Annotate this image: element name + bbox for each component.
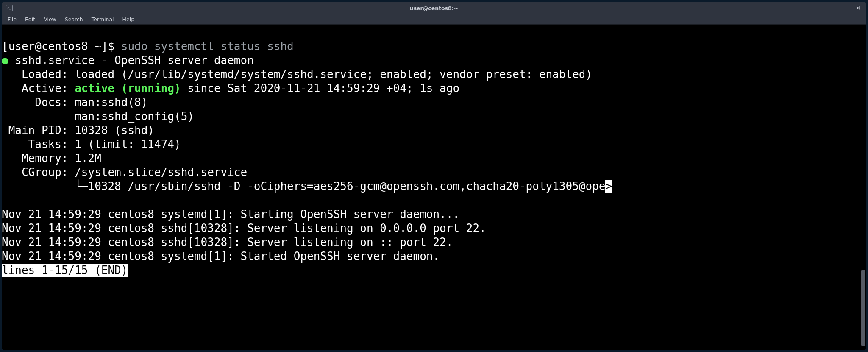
menu-search[interactable]: Search xyxy=(61,15,86,23)
memory-line: Memory: 1.2M xyxy=(2,152,101,165)
cgroup-child-line: └─10328 /usr/sbin/sshd -D -oCiphers=aes2… xyxy=(2,180,605,193)
scrollbar-thumb[interactable] xyxy=(861,270,865,346)
active-running: active (running) xyxy=(75,82,181,95)
log-line: Nov 21 14:59:29 centos8 sshd[10328]: Ser… xyxy=(2,222,486,235)
menu-bar: File Edit View Search Terminal Help xyxy=(2,14,866,25)
command-text: sudo systemctl status sshd xyxy=(121,40,294,53)
menu-view[interactable]: View xyxy=(40,15,60,23)
menu-help[interactable]: Help xyxy=(119,15,138,23)
active-label: Active: xyxy=(2,82,75,95)
terminal-window: user@centos8:~ ✕ File Edit View Search T… xyxy=(2,2,866,350)
log-line: Nov 21 14:59:29 centos8 systemd[1]: Star… xyxy=(2,250,440,263)
main-pid-line: Main PID: 10328 (sshd) xyxy=(2,124,154,137)
menu-file[interactable]: File xyxy=(4,15,20,23)
terminal-icon xyxy=(6,5,13,11)
cgroup-line: CGroup: /system.slice/sshd.service xyxy=(2,166,247,179)
service-name-line: sshd.service - OpenSSH server daemon xyxy=(8,54,254,67)
tasks-line: Tasks: 1 (limit: 11474) xyxy=(2,138,181,151)
shell-prompt: [user@centos8 ~]$ xyxy=(2,40,121,53)
pager-status: lines 1-15/15 (END) xyxy=(2,264,128,277)
menu-terminal[interactable]: Terminal xyxy=(88,15,117,23)
menu-edit[interactable]: Edit xyxy=(22,15,39,23)
active-rest: since Sat 2020-11-21 14:59:29 +04; 1s ag… xyxy=(181,82,459,95)
window-title: user@centos8:~ xyxy=(410,5,458,11)
status-dot-icon: ● xyxy=(2,54,8,67)
window-titlebar: user@centos8:~ ✕ xyxy=(2,2,866,14)
loaded-line: Loaded: loaded (/usr/lib/systemd/system/… xyxy=(2,68,592,81)
docs-line-1: Docs: man:sshd(8) xyxy=(2,96,147,109)
log-line: Nov 21 14:59:29 centos8 systemd[1]: Star… xyxy=(2,208,459,221)
terminal-output[interactable]: [user@centos8 ~]$ sudo systemctl status … xyxy=(2,25,866,350)
truncate-mark: > xyxy=(605,180,612,193)
log-line: Nov 21 14:59:29 centos8 sshd[10328]: Ser… xyxy=(2,236,453,249)
docs-line-2: man:sshd_config(5) xyxy=(2,110,194,123)
close-icon[interactable]: ✕ xyxy=(854,4,863,12)
